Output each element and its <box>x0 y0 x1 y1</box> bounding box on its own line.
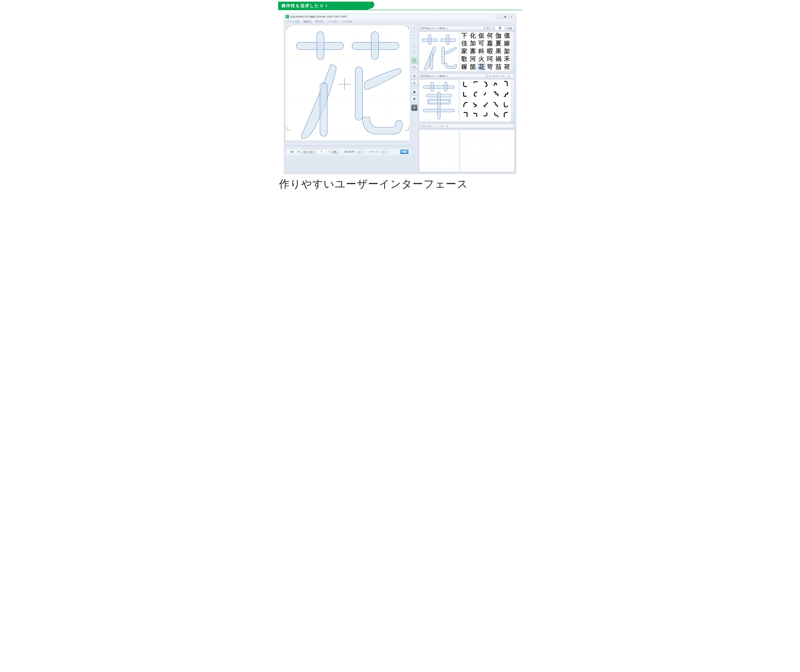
redo-button[interactable] <box>411 32 418 38</box>
stroke-filter-select[interactable]: 」 <box>504 74 514 78</box>
minimize-button[interactable]: — <box>496 15 501 19</box>
grid-select[interactable]: 3 <box>381 150 387 154</box>
print-button[interactable] <box>411 96 418 102</box>
stroke-cell[interactable] <box>480 110 491 119</box>
stroke-cell[interactable] <box>460 90 470 99</box>
rotate-tool-button[interactable] <box>411 64 418 70</box>
char-cell[interactable]: 河 <box>469 55 477 63</box>
menu-file[interactable]: ファイル(F) <box>285 19 301 24</box>
extra-grid[interactable] <box>460 130 515 172</box>
stroke-cell[interactable] <box>491 90 501 99</box>
char-search-button[interactable]: 検索 <box>506 26 514 30</box>
stroke-cell[interactable] <box>470 90 480 99</box>
char-cell[interactable]: 化 <box>469 32 477 39</box>
char-cell[interactable]: 花 <box>477 63 486 71</box>
bounds-button[interactable] <box>411 57 418 63</box>
menu-edit[interactable]: 編集(E) <box>302 19 313 24</box>
char-cell[interactable]: 茄 <box>494 63 503 71</box>
char-mode-select[interactable]: 文字 <box>485 26 494 30</box>
char-cell[interactable]: 伽 <box>494 32 503 39</box>
stroke-font-select[interactable]: DF平成丸ゴシック体W4 <box>419 74 486 78</box>
char-cell[interactable]: 歌 <box>460 55 469 63</box>
stroke-grid-v-scrollbar[interactable] <box>511 80 514 122</box>
stroke-cell[interactable] <box>460 100 470 109</box>
grid-label: グリッド: <box>369 150 379 154</box>
zoom-button[interactable]: 拡大･縮小 <box>302 150 315 154</box>
lock-button[interactable] <box>411 73 418 79</box>
stroke-cell[interactable] <box>501 110 511 119</box>
save-button[interactable] <box>411 89 418 95</box>
menu-tools[interactable]: ツール(T) <box>325 19 339 24</box>
char-font-select[interactable]: DF平成丸ゴシック体W4 <box>419 26 484 30</box>
rotate-button[interactable]: 回転 <box>331 150 339 154</box>
char-cell[interactable]: 箇 <box>469 63 477 71</box>
angle-input[interactable] <box>317 150 326 154</box>
display-scale-select[interactable]: 小 <box>357 150 363 154</box>
stroke-cell[interactable] <box>480 90 491 99</box>
char-cell[interactable]: 下 <box>460 32 469 39</box>
char-grid[interactable]: 下化仮何伽価佳加可嘉夏嫁家寡科暇果架歌河火珂禍禾稼箇花苛茄荷 <box>460 32 515 72</box>
stroke-grid[interactable] <box>460 79 515 122</box>
stroke-cell[interactable] <box>470 110 480 119</box>
char-cell[interactable]: 価 <box>503 32 511 39</box>
char-cell[interactable]: 火 <box>477 55 486 63</box>
stroke-cell[interactable] <box>491 110 501 119</box>
titlebar: 外 Gaiji Builder2-外字編集 (Unicode: E000, SJ… <box>285 14 516 19</box>
stroke-cell[interactable] <box>470 80 480 88</box>
extra-preview-canvas[interactable] <box>419 130 459 172</box>
unlock-button[interactable] <box>411 80 418 86</box>
char-cell[interactable]: 嘉 <box>486 40 494 47</box>
stroke-cell[interactable] <box>491 100 501 109</box>
stroke-mode-select[interactable]: ストローク <box>487 74 503 78</box>
stroke-cell[interactable] <box>501 100 511 109</box>
stroke-cell[interactable] <box>501 80 511 88</box>
glyph-canvas[interactable] <box>285 25 410 141</box>
char-cell[interactable]: 架 <box>503 47 511 55</box>
char-cell[interactable]: 禾 <box>503 55 511 63</box>
close-window-button[interactable]: ✕ <box>509 15 515 19</box>
char-cell[interactable]: 仮 <box>477 32 486 39</box>
stroke-cell[interactable] <box>501 90 511 99</box>
stroke-cell[interactable] <box>470 100 480 109</box>
zoom-input[interactable] <box>287 150 296 154</box>
svg-rect-8 <box>413 59 415 61</box>
stroke-cell[interactable] <box>480 100 491 109</box>
close-tool-button[interactable] <box>411 105 418 111</box>
menu-view[interactable]: 表示(V) <box>314 19 325 24</box>
char-grid-v-scrollbar[interactable] <box>511 32 514 72</box>
char-cell[interactable]: 珂 <box>486 55 494 63</box>
char-cell[interactable]: 佳 <box>460 40 469 47</box>
stroke-cell[interactable] <box>480 80 491 88</box>
delete-button[interactable] <box>411 48 418 54</box>
undo-button[interactable] <box>411 26 418 32</box>
char-cell[interactable]: 嫁 <box>503 40 511 47</box>
char-cell[interactable]: 寡 <box>469 47 477 55</box>
char-cell[interactable]: 夏 <box>494 40 503 47</box>
char-cell[interactable]: 家 <box>460 47 469 55</box>
char-cell[interactable]: 稼 <box>460 63 469 71</box>
canvas-h-scrollbar[interactable] <box>285 142 410 147</box>
svg-rect-21 <box>446 35 449 45</box>
paste-button[interactable] <box>411 41 418 47</box>
char-preview-canvas[interactable] <box>419 32 459 72</box>
stroke-cell[interactable] <box>460 110 470 119</box>
char-cell[interactable]: 何 <box>486 32 494 39</box>
char-cell[interactable]: 可 <box>477 40 486 47</box>
char-cell[interactable]: 果 <box>494 47 503 55</box>
extra-font-select[interactable]: 書体を選択してください <box>419 124 514 128</box>
char-cell[interactable]: 禍 <box>494 55 503 63</box>
maximize-button[interactable]: ▣ <box>502 15 508 19</box>
char-cell[interactable]: 加 <box>469 40 477 47</box>
angle-unit: ° <box>328 150 329 153</box>
char-search-input[interactable] <box>495 26 505 30</box>
char-cell[interactable]: 暇 <box>486 47 494 55</box>
char-cell[interactable]: 荷 <box>503 63 511 71</box>
stroke-preview-canvas[interactable] <box>419 79 459 122</box>
menu-help[interactable]: ヘルプ(H) <box>339 19 354 24</box>
frame-button[interactable]: 枠線 <box>400 150 408 154</box>
stroke-cell[interactable] <box>460 80 470 88</box>
stroke-cell[interactable] <box>491 80 501 88</box>
char-cell[interactable]: 科 <box>477 47 486 55</box>
svg-rect-9 <box>413 59 414 59</box>
char-cell[interactable]: 苛 <box>486 63 494 71</box>
